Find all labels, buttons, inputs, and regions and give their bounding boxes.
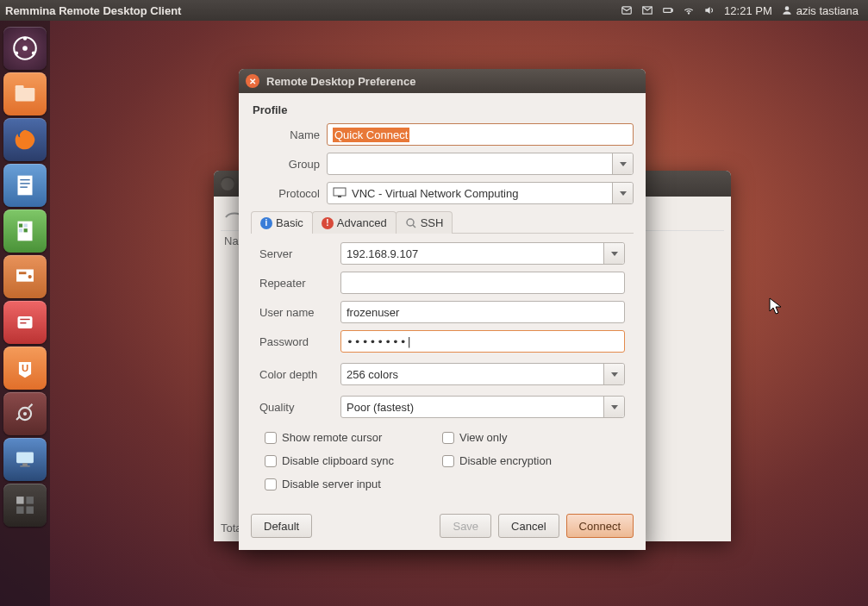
svg-rect-15 [20, 179, 29, 180]
tab-bar: iBasic !Advanced SSH [251, 211, 634, 234]
network-icon[interactable] [683, 4, 695, 16]
launcher-calc[interactable] [3, 209, 47, 253]
battery-icon[interactable] [662, 4, 674, 16]
svg-point-9 [32, 52, 35, 55]
svg-point-10 [15, 52, 18, 55]
save-button[interactable]: Save [440, 514, 491, 538]
repeater-input[interactable] [340, 272, 625, 294]
svg-rect-24 [19, 272, 26, 274]
check-disable-clipboard[interactable]: Disable clipboard sync [265, 452, 442, 470]
svg-rect-12 [16, 85, 24, 89]
svg-rect-27 [20, 319, 29, 320]
username-input[interactable]: frozenuser [340, 301, 625, 323]
svg-rect-38 [26, 506, 33, 514]
launcher-remmina[interactable] [3, 438, 47, 481]
svg-rect-39 [334, 188, 346, 196]
launcher-firefox[interactable] [3, 118, 47, 161]
launcher-dash[interactable] [3, 27, 47, 70]
close-icon[interactable]: ✕ [246, 74, 259, 88]
password-input[interactable]: •••••••• [340, 330, 625, 353]
server-input[interactable]: 192.168.9.107 [340, 242, 625, 265]
launcher-impress[interactable] [3, 255, 47, 298]
profile-heading: Profile [253, 103, 634, 116]
mail-icon[interactable] [641, 4, 653, 16]
svg-point-5 [784, 6, 789, 10]
svg-rect-20 [24, 224, 28, 228]
launcher-writer[interactable] [3, 164, 47, 207]
svg-rect-21 [19, 228, 22, 232]
svg-point-31 [23, 412, 27, 415]
svg-rect-28 [20, 322, 26, 323]
volume-icon[interactable] [703, 4, 715, 16]
cancel-button[interactable]: Cancel [498, 514, 559, 538]
quality-combo[interactable]: Poor (fastest) [340, 396, 625, 418]
password-label: Password [259, 335, 340, 348]
svg-point-25 [28, 275, 32, 278]
close-icon[interactable] [221, 177, 234, 191]
server-label: Server [259, 247, 340, 260]
chevron-down-icon[interactable] [603, 397, 624, 417]
check-view-only[interactable]: View only [442, 428, 620, 447]
group-combo[interactable] [327, 153, 634, 175]
name-label: Name [251, 128, 327, 141]
svg-rect-3 [671, 9, 672, 11]
clock[interactable]: 12:21 PM [724, 4, 772, 17]
check-disable-server-input[interactable]: Disable server input [265, 475, 442, 493]
svg-point-8 [23, 37, 27, 41]
svg-text:U: U [22, 363, 28, 373]
unity-launcher: U [0, 21, 50, 606]
username-label: User name [259, 306, 340, 319]
messaging-icon[interactable] [621, 4, 633, 16]
name-input[interactable]: Quick Connect [327, 123, 634, 146]
remote-desktop-preference-dialog: ✕ Remote Desktop Preference Profile Name… [239, 69, 646, 550]
svg-rect-32 [16, 453, 34, 464]
group-label: Group [251, 158, 327, 171]
chevron-down-icon[interactable] [612, 183, 633, 203]
launcher-files[interactable] [3, 72, 47, 116]
cursor-icon [769, 297, 783, 320]
check-show-remote-cursor[interactable]: Show remote cursor [265, 428, 442, 447]
svg-rect-19 [19, 224, 22, 228]
colordepth-label: Color depth [259, 368, 340, 381]
chevron-down-icon[interactable] [612, 153, 633, 174]
colordepth-combo[interactable]: 256 colors [340, 363, 625, 385]
svg-rect-2 [664, 9, 671, 13]
tab-basic[interactable]: iBasic [251, 211, 313, 234]
launcher-software-center[interactable]: U [3, 347, 47, 390]
svg-point-41 [407, 219, 414, 226]
monitor-icon [333, 187, 347, 199]
svg-rect-35 [16, 497, 23, 504]
svg-rect-34 [20, 465, 29, 466]
check-disable-encryption[interactable]: Disable encryption [442, 452, 620, 470]
default-button[interactable]: Default [251, 514, 312, 538]
svg-rect-14 [18, 176, 33, 196]
svg-rect-33 [22, 463, 28, 465]
top-menubar: Remmina Remote Desktop Client 12:21 PM a… [0, 0, 868, 21]
dialog-title: Remote Desktop Preference [266, 75, 415, 88]
svg-point-4 [688, 13, 689, 14]
tab-ssh[interactable]: SSH [396, 211, 453, 234]
launcher-settings[interactable] [3, 392, 47, 435]
username-label: azis tastiana [796, 4, 859, 17]
launcher-workspace[interactable] [3, 484, 47, 527]
connect-button[interactable]: Connect [566, 514, 634, 538]
user-menu[interactable]: azis tastiana [781, 4, 859, 17]
chevron-down-icon[interactable] [603, 364, 624, 384]
svg-rect-11 [16, 88, 35, 102]
repeater-label: Repeater [259, 277, 340, 290]
svg-rect-36 [26, 497, 33, 504]
tab-advanced[interactable]: !Advanced [312, 211, 397, 234]
quality-label: Quality [259, 401, 340, 414]
app-title: Remmina Remote Desktop Client [5, 4, 181, 17]
svg-rect-16 [20, 183, 29, 184]
launcher-media[interactable] [3, 301, 47, 344]
svg-rect-17 [20, 186, 28, 187]
dialog-titlebar[interactable]: ✕ Remote Desktop Preference [239, 69, 646, 93]
svg-rect-22 [24, 228, 28, 232]
protocol-label: Protocol [251, 187, 327, 200]
chevron-down-icon[interactable] [603, 243, 624, 264]
svg-rect-37 [16, 506, 23, 514]
svg-rect-40 [338, 196, 341, 197]
search-icon [405, 217, 417, 229]
protocol-combo[interactable]: VNC - Virtual Network Computing [327, 182, 634, 204]
